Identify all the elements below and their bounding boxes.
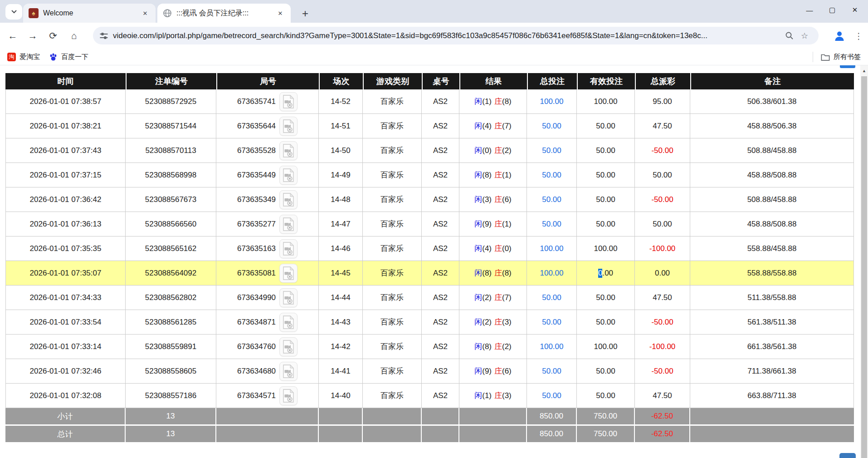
cell-time: 2026-01-01 07:34:33 xyxy=(5,286,126,310)
video-replay-button[interactable] xyxy=(279,362,297,381)
video-replay-button[interactable] xyxy=(279,92,297,111)
cell-total-bet[interactable]: 50.00 xyxy=(527,310,577,334)
cell-remark: 711.38/661.38 xyxy=(690,359,854,383)
footer-label: 小计 xyxy=(5,408,126,424)
scrollbar-up-arrow-icon[interactable]: ▲ xyxy=(860,68,868,74)
cell-session: 14-40 xyxy=(319,384,363,408)
table-row: 2026-01-01 07:36:13523088566560673635277… xyxy=(5,212,854,236)
video-replay-icon xyxy=(283,315,294,329)
result-player: 闲 xyxy=(474,219,482,229)
table-row: 2026-01-01 07:37:15523088568998673635449… xyxy=(5,163,854,187)
pagination-button[interactable] xyxy=(839,453,856,458)
column-header: 备注 xyxy=(690,73,854,89)
video-replay-button[interactable] xyxy=(279,386,297,405)
footer-empty xyxy=(319,426,363,442)
cell-payout: 47.50 xyxy=(635,286,690,310)
taobao-icon: 淘 xyxy=(7,53,16,61)
video-replay-button[interactable] xyxy=(279,264,297,283)
reload-button[interactable]: ⟳ xyxy=(44,27,62,45)
cell-time: 2026-01-01 07:38:57 xyxy=(5,89,126,113)
cell-result: 闲(8)庄(8) xyxy=(459,261,527,285)
browser-toolbar: ← → ⟳ ⌂ videoie.com/ipl/portal.php/game/… xyxy=(0,23,868,49)
cell-time: 2026-01-01 07:38:21 xyxy=(5,114,126,138)
tab-search-button[interactable] xyxy=(5,4,22,20)
video-replay-button[interactable] xyxy=(279,337,297,356)
maximize-button[interactable]: ▢ xyxy=(821,0,844,20)
cell-total-bet[interactable]: 50.00 xyxy=(527,163,577,187)
video-replay-button[interactable] xyxy=(279,313,297,332)
cell-total-bet[interactable]: 50.00 xyxy=(527,114,577,138)
table-row: 2026-01-01 07:32:46523088558605673634680… xyxy=(5,359,854,384)
column-header: 桌号 xyxy=(422,73,459,89)
video-replay-button[interactable] xyxy=(279,141,297,160)
video-replay-button[interactable] xyxy=(279,117,297,136)
bookmark-baidu[interactable]: 百度一下 xyxy=(45,50,92,64)
video-replay-button[interactable] xyxy=(279,288,297,307)
footer-count: 13 xyxy=(126,426,216,442)
cell-result: 闲(4)庄(0) xyxy=(459,236,527,261)
all-bookmarks-button[interactable]: 所有书签 xyxy=(817,50,864,64)
close-button[interactable]: ✕ xyxy=(844,0,866,20)
footer-payout: -62.50 xyxy=(635,426,690,442)
cell-total-bet[interactable]: 100.00 xyxy=(527,261,577,285)
result-player: 闲 xyxy=(474,96,482,107)
cell-result: 闲(8)庄(2) xyxy=(459,335,527,359)
page-content: 时间注单编号局号场次游戏类别桌号结果总投注有效投注总派彩备注 2026-01-0… xyxy=(0,65,868,458)
cell-remark: 661.38/561.38 xyxy=(690,335,854,359)
result-player: 闲 xyxy=(474,268,482,278)
cell-round-id: 673634680 xyxy=(216,359,319,383)
video-replay-button[interactable] xyxy=(279,190,297,209)
cell-total-bet[interactable]: 100.00 xyxy=(527,89,577,113)
column-header: 结果 xyxy=(459,73,527,89)
cell-valid-bet: 50.00 xyxy=(577,359,635,383)
cell-bet-id: 523088564092 xyxy=(126,261,216,285)
scrollbar-thumb[interactable] xyxy=(861,76,867,458)
floating-button-top-sliver[interactable] xyxy=(840,65,855,68)
tab-close-icon[interactable]: ✕ xyxy=(140,8,150,18)
cell-total-bet[interactable]: 50.00 xyxy=(527,187,577,212)
cell-result: 闲(1)庄(8) xyxy=(459,89,527,113)
video-replay-button[interactable] xyxy=(279,215,297,234)
cell-round-id: 673635163 xyxy=(216,236,319,261)
cell-total-bet[interactable]: 50.00 xyxy=(527,384,577,408)
cell-result: 闲(1)庄(3) xyxy=(459,384,527,408)
cell-total-bet[interactable]: 100.00 xyxy=(527,335,577,359)
footer-empty xyxy=(216,426,319,442)
cell-time: 2026-01-01 07:37:43 xyxy=(5,138,126,163)
selected-text: 0 xyxy=(598,269,602,278)
cell-time: 2026-01-01 07:32:46 xyxy=(5,359,126,383)
video-replay-button[interactable] xyxy=(279,239,297,258)
page-scrollbar[interactable]: ▲ xyxy=(860,65,868,458)
menu-kebab-icon[interactable]: ⋮ xyxy=(851,28,867,44)
cell-total-bet[interactable]: 50.00 xyxy=(527,359,577,383)
address-bar[interactable]: videoie.com/ipl/portal.php/game/betrecor… xyxy=(93,27,819,44)
tab-welcome[interactable]: ♠ Welcome ✕ xyxy=(23,4,156,23)
column-header: 场次 xyxy=(319,73,363,89)
cell-session: 14-43 xyxy=(319,310,363,334)
tab-strip: ♠ Welcome ✕ :::视讯 会员下注纪录::: ✕ + — ▢ ✕ xyxy=(0,0,868,23)
cell-valid-bet: 50.00 xyxy=(577,310,635,334)
result-banker: 庄 xyxy=(494,268,502,278)
video-replay-button[interactable] xyxy=(279,166,297,185)
cell-game-type: 百家乐 xyxy=(363,384,422,408)
profile-avatar[interactable] xyxy=(831,28,848,44)
tab-close-icon[interactable]: ✕ xyxy=(275,8,285,18)
result-banker: 庄 xyxy=(494,292,502,303)
cell-total-bet[interactable]: 100.00 xyxy=(527,236,577,261)
home-button[interactable]: ⌂ xyxy=(65,27,83,45)
cell-total-bet[interactable]: 50.00 xyxy=(527,286,577,310)
cell-bet-id: 523088570113 xyxy=(126,138,216,163)
zoom-icon[interactable] xyxy=(781,28,797,44)
cell-total-bet[interactable]: 50.00 xyxy=(527,138,577,163)
new-tab-button[interactable]: + xyxy=(297,5,313,22)
tab-bet-record[interactable]: :::视讯 会员下注纪录::: ✕ xyxy=(157,4,291,23)
url-text[interactable]: videoie.com/ipl/portal.php/game/betrecor… xyxy=(113,31,781,40)
minimize-button[interactable]: — xyxy=(798,0,821,20)
forward-button[interactable]: → xyxy=(24,27,42,45)
bookmark-star-icon[interactable]: ☆ xyxy=(797,28,812,44)
back-button[interactable]: ← xyxy=(4,27,22,45)
cell-time: 2026-01-01 07:33:14 xyxy=(5,335,126,359)
bookmark-taobao[interactable]: 淘 爱淘宝 xyxy=(4,50,44,64)
site-settings-icon[interactable] xyxy=(99,31,108,40)
cell-total-bet[interactable]: 50.00 xyxy=(527,212,577,236)
